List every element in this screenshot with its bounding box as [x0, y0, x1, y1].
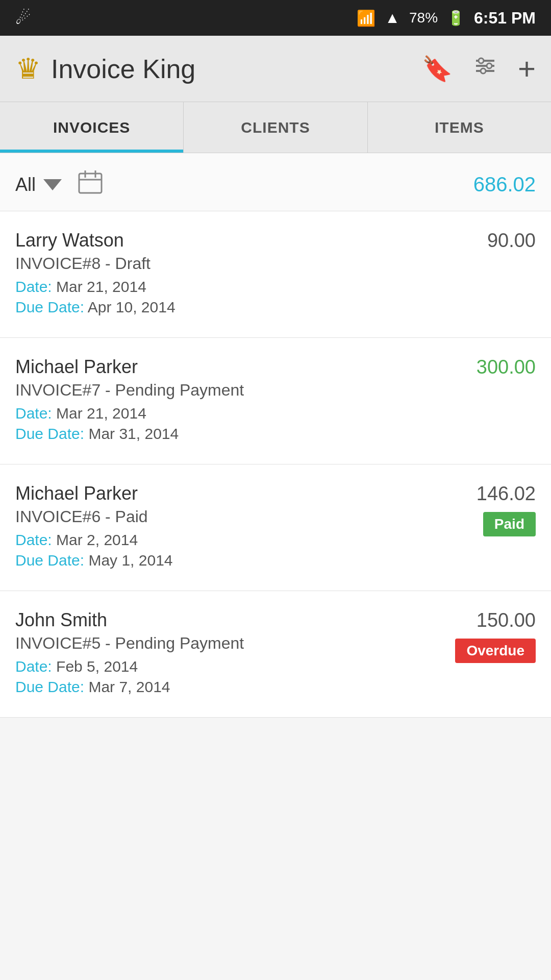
content-area: All 686.02 Larry Watson INVOICE#8 - Draf… — [0, 153, 551, 718]
add-button[interactable]: + — [518, 51, 536, 86]
invoice-item[interactable]: Michael Parker INVOICE#6 - Paid Date: Ma… — [0, 464, 551, 591]
svg-point-5 — [481, 68, 486, 74]
invoice-list: Larry Watson INVOICE#8 - Draft Date: Mar… — [0, 211, 551, 718]
invoice-right: 150.00 Overdue — [434, 609, 536, 663]
invoice-right: 146.02 Paid — [434, 483, 536, 536]
status-bar: ☄ 📶 ▲ 78% 🔋 6:51 PM — [0, 0, 551, 36]
invoice-amount: 150.00 — [477, 609, 536, 631]
invoice-due-date: Due Date: Apr 10, 2014 — [15, 299, 434, 316]
invoice-date: Date: Mar 21, 2014 — [15, 278, 434, 296]
invoice-number: INVOICE#6 - Paid — [15, 507, 434, 526]
invoice-date: Date: Mar 21, 2014 — [15, 405, 434, 422]
usb-icon: ☄ — [15, 8, 31, 28]
total-amount: 686.02 — [473, 173, 536, 196]
app-title: Invoice King — [51, 54, 195, 84]
status-bar-right: 📶 ▲ 78% 🔋 6:51 PM — [357, 9, 536, 28]
app-bar-left: ♛ Invoice King — [15, 54, 195, 84]
signal-icon: ▲ — [385, 9, 400, 27]
filter-button[interactable] — [473, 54, 497, 84]
filter-label: All — [15, 174, 36, 195]
invoice-right: 300.00 — [434, 356, 536, 378]
invoice-info: Larry Watson INVOICE#8 - Draft Date: Mar… — [15, 230, 434, 319]
invoice-number: INVOICE#7 - Pending Payment — [15, 381, 434, 400]
invoice-info: John Smith INVOICE#5 - Pending Payment D… — [15, 609, 434, 699]
invoice-info: Michael Parker INVOICE#6 - Paid Date: Ma… — [15, 483, 434, 572]
invoice-date: Date: Mar 2, 2014 — [15, 531, 434, 549]
invoice-due-date: Due Date: May 1, 2014 — [15, 552, 434, 569]
invoice-item[interactable]: Michael Parker INVOICE#7 - Pending Payme… — [0, 338, 551, 464]
client-name: Larry Watson — [15, 230, 434, 251]
tab-invoices[interactable]: INVOICES — [0, 102, 184, 153]
tab-clients[interactable]: CLIENTS — [184, 102, 367, 153]
wifi-icon: 📶 — [357, 9, 375, 27]
crown-icon: ♛ — [15, 55, 41, 83]
dropdown-arrow-icon — [43, 179, 62, 190]
svg-point-3 — [479, 58, 484, 63]
svg-point-4 — [487, 63, 492, 68]
filter-dropdown[interactable]: All — [15, 174, 62, 195]
invoice-info: Michael Parker INVOICE#7 - Pending Payme… — [15, 356, 434, 446]
app-bar: ♛ Invoice King 🔖 + — [0, 36, 551, 102]
invoice-amount: 146.02 — [477, 483, 536, 505]
invoice-right: 90.00 — [434, 230, 536, 252]
calendar-icon[interactable] — [77, 168, 104, 201]
tab-bar: INVOICES CLIENTS ITEMS — [0, 102, 551, 153]
invoice-item[interactable]: Larry Watson INVOICE#8 - Draft Date: Mar… — [0, 211, 551, 338]
tab-items[interactable]: ITEMS — [368, 102, 551, 153]
client-name: John Smith — [15, 609, 434, 631]
status-badge: Overdue — [455, 639, 536, 663]
battery-icon: 🔋 — [447, 10, 465, 27]
client-name: Michael Parker — [15, 356, 434, 378]
invoice-date: Date: Feb 5, 2014 — [15, 658, 434, 675]
battery-level: 78% — [409, 10, 438, 26]
invoice-number: INVOICE#5 - Pending Payment — [15, 634, 434, 653]
status-badge: Paid — [483, 512, 536, 536]
invoice-number: INVOICE#8 - Draft — [15, 254, 434, 273]
invoice-amount: 90.00 — [487, 230, 536, 252]
bookmark-button[interactable]: 🔖 — [422, 55, 453, 83]
invoice-item[interactable]: John Smith INVOICE#5 - Pending Payment D… — [0, 591, 551, 718]
invoice-due-date: Due Date: Mar 7, 2014 — [15, 678, 434, 696]
client-name: Michael Parker — [15, 483, 434, 504]
filter-row: All 686.02 — [0, 153, 551, 211]
status-bar-left: ☄ — [15, 8, 31, 28]
app-bar-actions: 🔖 + — [422, 51, 536, 86]
svg-rect-6 — [79, 174, 102, 193]
invoice-amount: 300.00 — [477, 356, 536, 378]
invoice-due-date: Due Date: Mar 31, 2014 — [15, 425, 434, 443]
status-time: 6:51 PM — [474, 9, 536, 28]
